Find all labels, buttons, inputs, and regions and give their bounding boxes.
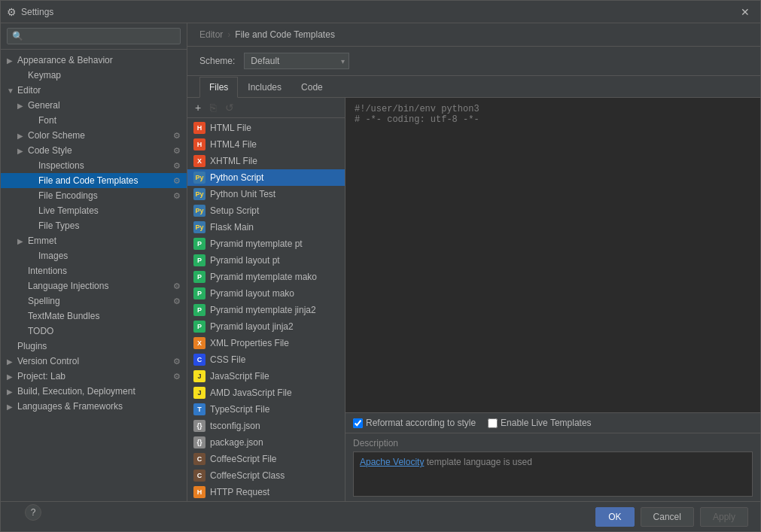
list-item[interactable]: C CSS File	[187, 351, 345, 368]
sidebar-item-code-style[interactable]: ▶ Code Style ⚙	[1, 143, 187, 158]
sidebar-item-file-encodings[interactable]: File Encodings ⚙	[1, 188, 187, 203]
sidebar-item-editor[interactable]: ▼ Editor	[1, 83, 187, 98]
sidebar-item-spelling[interactable]: Spelling ⚙	[1, 293, 187, 309]
list-item[interactable]: Py Python Unit Test	[187, 186, 345, 202]
sidebar-item-label: Editor	[17, 85, 181, 96]
list-item[interactable]: {} tsconfig.json	[187, 418, 345, 434]
file-item-label: Pyramid mytemplate mako	[210, 272, 317, 282]
sidebar-item-font[interactable]: Font	[1, 113, 187, 128]
sidebar-item-build[interactable]: ▶ Build, Execution, Deployment	[1, 384, 187, 399]
sidebar-item-live-templates[interactable]: Live Templates	[1, 203, 187, 218]
copy-button[interactable]: ⎘	[207, 101, 219, 114]
list-item[interactable]: X XML Properties File	[187, 335, 345, 351]
list-item[interactable]: J JavaScript File	[187, 368, 345, 385]
list-item[interactable]: T TypeScript File	[187, 401, 345, 418]
sidebar-item-version-control[interactable]: ▶ Version Control ⚙	[1, 354, 187, 369]
sidebar-item-project[interactable]: ▶ Project: Lab ⚙	[1, 369, 187, 384]
sidebar-item-label: File Types	[38, 220, 181, 231]
sidebar-item-textmate[interactable]: TextMate Bundles	[1, 309, 187, 324]
close-button[interactable]: ✕	[736, 5, 754, 20]
list-item[interactable]: P Pyramid layout jinja2	[187, 318, 345, 335]
sidebar-item-keymap[interactable]: Keymap	[1, 68, 187, 83]
list-item[interactable]: Py Flask Main	[187, 219, 345, 236]
reformat-checkbox-label[interactable]: Reformat according to style	[353, 418, 476, 428]
list-item[interactable]: X XHTML File	[187, 153, 345, 169]
tab-code[interactable]: Code	[291, 77, 333, 98]
sidebar-item-todo[interactable]: TODO	[1, 324, 187, 339]
list-item[interactable]: H HTML File	[187, 120, 345, 136]
sidebar-item-plugins[interactable]: Plugins	[1, 339, 187, 354]
sidebar-item-emmet[interactable]: ▶ Emmet	[1, 233, 187, 248]
main-content: ▶ Appearance & Behavior Keymap ▼ Editor …	[1, 23, 760, 501]
help-button[interactable]: ?	[25, 504, 41, 521]
expand-arrow: ▶	[17, 102, 28, 110]
list-item[interactable]: C CoffeeScript Class	[187, 467, 345, 484]
gear-icon: ⚙	[173, 296, 181, 306]
breadcrumb-current: File and Code Templates	[235, 29, 335, 40]
sidebar-item-label: Live Templates	[38, 205, 181, 216]
sidebar-item-label: Version Control	[17, 356, 173, 366]
live-templates-checkbox[interactable]	[488, 418, 498, 428]
list-item[interactable]: {} package.json	[187, 434, 345, 451]
list-item[interactable]: J AMD JavaScript File	[187, 385, 345, 401]
tab-includes[interactable]: Includes	[238, 77, 291, 98]
settings-window: ⚙ Settings ✕ ▶ Appearance & Behavior Key…	[0, 0, 761, 532]
reset-button[interactable]: ↺	[222, 101, 237, 114]
sidebar-item-color-scheme[interactable]: ▶ Color Scheme ⚙	[1, 128, 187, 143]
tabs-bar: Files Includes Code	[187, 76, 760, 98]
sidebar-item-inspections[interactable]: Inspections ⚙	[1, 158, 187, 173]
sidebar-item-appearance[interactable]: ▶ Appearance & Behavior	[1, 53, 187, 68]
cancel-button[interactable]: Cancel	[641, 507, 694, 527]
sidebar-item-file-types[interactable]: File Types	[1, 218, 187, 233]
apply-button[interactable]: Apply	[700, 507, 748, 527]
list-item[interactable]: Py Setup Script	[187, 202, 345, 219]
file-item-label: Python Script	[210, 172, 263, 183]
gear-icon: ⚙	[173, 372, 181, 382]
file-type-icon: Py	[193, 205, 205, 217]
sidebar-item-images[interactable]: Images	[1, 248, 187, 263]
live-templates-checkbox-label[interactable]: Enable Live Templates	[488, 418, 592, 428]
sidebar-item-intentions[interactable]: Intentions	[1, 263, 187, 278]
list-item[interactable]: P Pyramid mytemplate jinja2	[187, 302, 345, 318]
search-input[interactable]	[7, 28, 181, 44]
file-type-icon: P	[193, 304, 205, 316]
apache-velocity-link[interactable]: Apache Velocity	[360, 457, 424, 467]
sidebar-item-file-templates[interactable]: File and Code Templates ⚙	[1, 173, 187, 188]
sidebar-item-label: Language Injections	[28, 281, 173, 291]
file-type-icon: Py	[193, 221, 205, 233]
gear-icon: ⚙	[173, 146, 181, 156]
sidebar-item-languages[interactable]: ▶ Languages & Frameworks	[1, 399, 187, 414]
sidebar-item-label: Code Style	[28, 145, 173, 156]
list-item[interactable]: P Pyramid layout mako	[187, 285, 345, 302]
sidebar-item-label: Build, Execution, Deployment	[17, 386, 181, 397]
list-item[interactable]: C CoffeeScript File	[187, 451, 345, 467]
list-item[interactable]: H HTTP Request	[187, 484, 345, 500]
scheme-select[interactable]: Default Project	[244, 53, 349, 69]
expand-arrow: ▶	[7, 388, 17, 396]
file-item-label: CoffeeScript Class	[210, 470, 285, 481]
sidebar-item-label: Appearance & Behavior	[17, 55, 181, 65]
add-button[interactable]: +	[192, 101, 204, 114]
sidebar-item-label: Intentions	[28, 266, 181, 276]
tab-files[interactable]: Files	[199, 77, 238, 98]
list-item[interactable]: P Pyramid layout pt	[187, 252, 345, 269]
file-type-icon: P	[193, 254, 205, 266]
sidebar-item-general[interactable]: ▶ General	[1, 98, 187, 113]
sidebar-item-language-injections[interactable]: Language Injections ⚙	[1, 278, 187, 293]
description-label: Description	[353, 438, 753, 448]
editor-options: Reformat according to style Enable Live …	[345, 412, 760, 433]
file-list: H HTML File H HTML4 File X XHTML File	[187, 118, 345, 501]
list-item[interactable]: H HTML4 File	[187, 136, 345, 153]
list-item[interactable]: P Pyramid mytemplate mako	[187, 269, 345, 285]
code-editor[interactable]: #!/user/bin/env python3 # -*- coding: ut…	[345, 98, 760, 412]
list-item[interactable]: P Pyramid mytemplate pt	[187, 236, 345, 252]
code-line: # -*- coding: utf-8 -*-	[355, 114, 751, 125]
code-line: #!/user/bin/env python3	[355, 104, 751, 114]
file-type-icon: P	[193, 287, 205, 299]
reformat-checkbox[interactable]	[353, 418, 363, 428]
description-text: template language is used	[424, 457, 531, 467]
list-item[interactable]: Py Python Script	[187, 169, 345, 186]
expand-arrow: ▶	[7, 403, 17, 411]
breadcrumb-separator: ›	[227, 29, 230, 40]
ok-button[interactable]: OK	[595, 507, 634, 527]
